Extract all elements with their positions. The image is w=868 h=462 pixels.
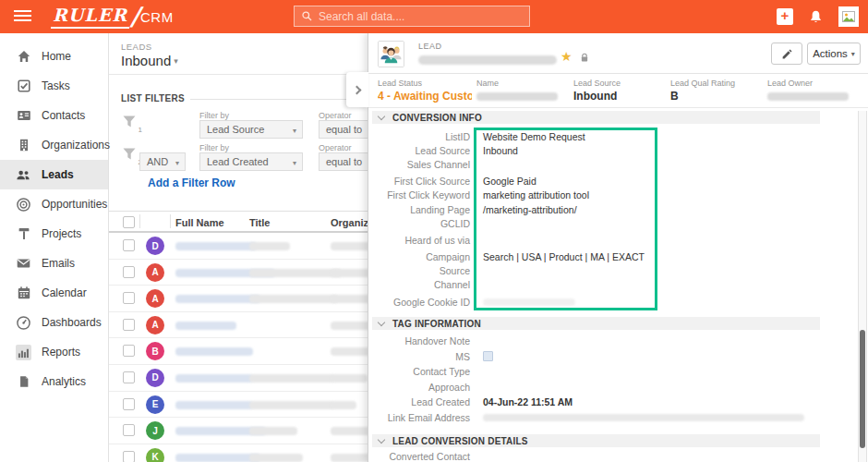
detail-scroll: CONVERSION INFOListIDWebsite Demo Reques… [368, 108, 857, 462]
avatar: J [146, 421, 164, 440]
chevron-down-icon [378, 112, 385, 119]
select-all-checkbox[interactable] [123, 216, 135, 228]
record-type-label: LEAD [418, 42, 442, 51]
redacted-title [249, 427, 297, 435]
field-label: Heard of us via [372, 235, 470, 246]
detail-field-row: Google Cookie ID [372, 295, 820, 309]
section-header[interactable]: TAG INFORMATION [372, 317, 820, 330]
filter-field-select[interactable]: Lead Created▾ [199, 152, 303, 171]
row-checkbox[interactable] [123, 424, 135, 436]
opportunities-icon [16, 197, 31, 213]
filter-join-select[interactable]: AND▾ [139, 152, 186, 171]
expand-panel-button[interactable] [346, 72, 368, 107]
section-header[interactable]: CONVERSION INFO [372, 111, 820, 124]
view-selector[interactable]: Inbound▾ [121, 53, 178, 68]
notifications-bell-icon[interactable] [808, 9, 824, 25]
tasks-icon [16, 79, 31, 94]
row-checkbox[interactable] [123, 451, 135, 462]
sidebar-nav: HomeTasksContactsOrganizationsLeadsOppor… [0, 33, 109, 462]
status-bar: Lead Status4 - Awaiting Custo...NameLead… [368, 74, 868, 108]
operator-label: Operator [319, 143, 352, 152]
chevron-down-icon: ▾ [174, 56, 178, 66]
sidebar-item-label: Dashboards [42, 316, 102, 329]
status-field: Lead Qual RatingB [670, 79, 765, 103]
field-label: Lead Status [378, 79, 472, 88]
sidebar-item-opportunities[interactable]: Opportunities [0, 189, 108, 219]
favorite-star-icon[interactable]: ★ [561, 49, 573, 64]
dashboards-icon [16, 315, 31, 331]
sidebar-item-organizations[interactable]: Organizations [0, 130, 108, 160]
sidebar-item-label: Emails [42, 257, 75, 270]
detail-field-row: ListIDWebsite Demo Request [372, 129, 820, 143]
avatar: A [146, 289, 164, 308]
row-checkbox[interactable] [123, 371, 135, 383]
redacted-title [249, 295, 338, 303]
analytics-icon [16, 374, 31, 390]
row-checkbox[interactable] [123, 319, 135, 331]
detail-field-row: Approach [372, 380, 820, 395]
sidebar-item-reports[interactable]: Reports [0, 337, 108, 367]
sidebar-item-tasks[interactable]: Tasks [0, 71, 108, 101]
ms-checkbox[interactable] [483, 351, 493, 361]
sidebar-item-emails[interactable]: Emails [0, 249, 108, 278]
avatar: A [146, 263, 164, 282]
projects-icon [16, 226, 31, 242]
avatar: D [146, 369, 164, 387]
detail-field-row: Converted Contact [372, 449, 820, 462]
sidebar-item-contacts[interactable]: Contacts [0, 101, 108, 130]
sidebar-item-home[interactable]: Home [0, 42, 108, 71]
edit-button[interactable] [771, 43, 802, 65]
add-button[interactable]: + [777, 8, 793, 25]
home-icon [16, 49, 31, 65]
chevron-down-icon: ▾ [293, 127, 296, 135]
sidebar-item-calendar[interactable]: Calendar [0, 278, 108, 308]
detail-field-row: Link Email Address [372, 410, 820, 426]
row-checkbox[interactable] [123, 266, 135, 278]
section-header[interactable]: LEAD CONVERSION DETAILS [372, 434, 820, 447]
field-label: Handover Note [372, 335, 470, 346]
field-label: Contact Type [372, 366, 470, 377]
section-title: LEAD CONVERSION DETAILS [392, 436, 528, 446]
avatar: K [146, 448, 164, 462]
actions-button[interactable]: Actions▾ [807, 43, 861, 65]
column-header-full-name: Full Name [175, 217, 224, 228]
field-value: marketing attribution tool [483, 189, 589, 201]
redacted-title [249, 374, 334, 383]
top-bar: RULER/ CRM + [0, 0, 868, 33]
hamburger-menu-icon[interactable] [14, 10, 31, 23]
avatar: B [146, 342, 164, 360]
detail-field-row: Source [372, 264, 820, 278]
column-header-title: Title [249, 217, 270, 228]
field-value: Google Paid [483, 176, 536, 187]
field-value: 04-Jun-22 11:51 AM [483, 396, 573, 407]
row-checkbox[interactable] [123, 398, 135, 410]
user-avatar[interactable] [838, 6, 859, 27]
chevron-down-icon [378, 435, 385, 443]
redacted-name [175, 347, 253, 356]
filter-field-select[interactable]: Lead Source▾ [199, 120, 303, 139]
scrollbar-thumb[interactable] [860, 330, 865, 448]
detail-field-row: MS [372, 349, 820, 365]
field-value: Search | USA | Product | MA | EXACT [483, 251, 645, 262]
calendar-icon [16, 286, 31, 301]
global-search[interactable] [294, 6, 530, 27]
chevron-down-icon: ▾ [175, 159, 179, 167]
redacted-name [175, 322, 236, 330]
filter-by-label: Filter by [199, 143, 229, 152]
section-fields: Handover NoteMSContact TypeApproachLead … [372, 334, 820, 425]
row-checkbox[interactable] [123, 345, 135, 357]
avatar: E [146, 395, 164, 414]
sidebar-item-dashboards[interactable]: Dashboards [0, 308, 108, 337]
sidebar-item-leads[interactable]: Leads [0, 160, 108, 189]
sidebar-item-analytics[interactable]: Analytics [0, 367, 108, 396]
add-filter-row-link[interactable]: Add a Filter Row [148, 176, 235, 189]
row-checkbox[interactable] [123, 239, 135, 251]
lead-detail-panel: LEAD ★ Actions▾ Lead Status4 - Awaiting … [368, 33, 868, 462]
redacted-organization [331, 374, 368, 383]
sidebar-item-projects[interactable]: Projects [0, 219, 108, 249]
divider [190, 99, 366, 100]
redacted-name [175, 295, 260, 303]
field-label: Link Email Address [372, 412, 470, 423]
row-checkbox[interactable] [123, 292, 135, 304]
search-input[interactable] [319, 10, 503, 23]
